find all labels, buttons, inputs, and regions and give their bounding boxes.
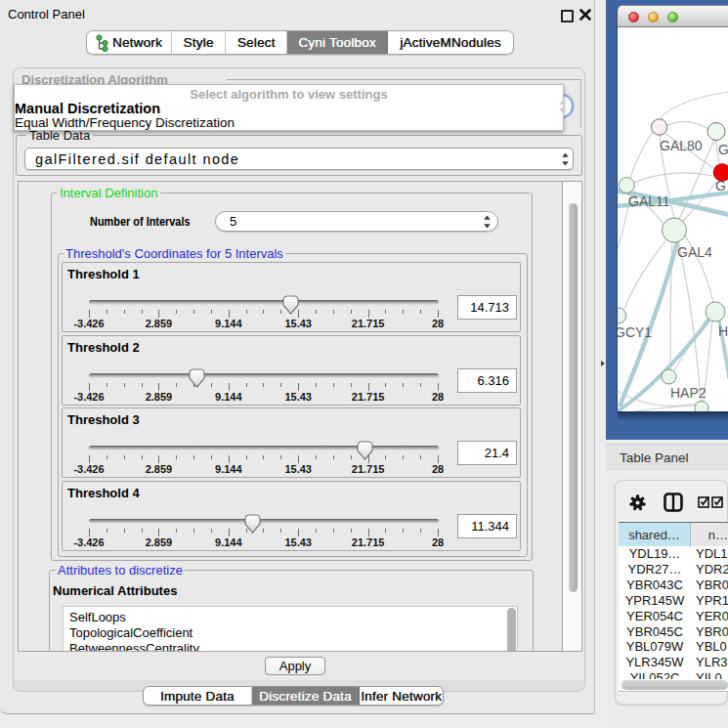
svg-text:G: G (715, 178, 726, 193)
svg-text:GAL80: GAL80 (660, 138, 703, 153)
svg-text:HAP2: HAP2 (670, 385, 707, 401)
svg-text:H: H (718, 323, 728, 339)
svg-text:GCY1: GCY1 (618, 324, 652, 340)
svg-text:GAL4: GAL4 (677, 244, 712, 260)
svg-text:GAL11: GAL11 (628, 193, 670, 209)
svg-text:GA: GA (718, 142, 728, 157)
